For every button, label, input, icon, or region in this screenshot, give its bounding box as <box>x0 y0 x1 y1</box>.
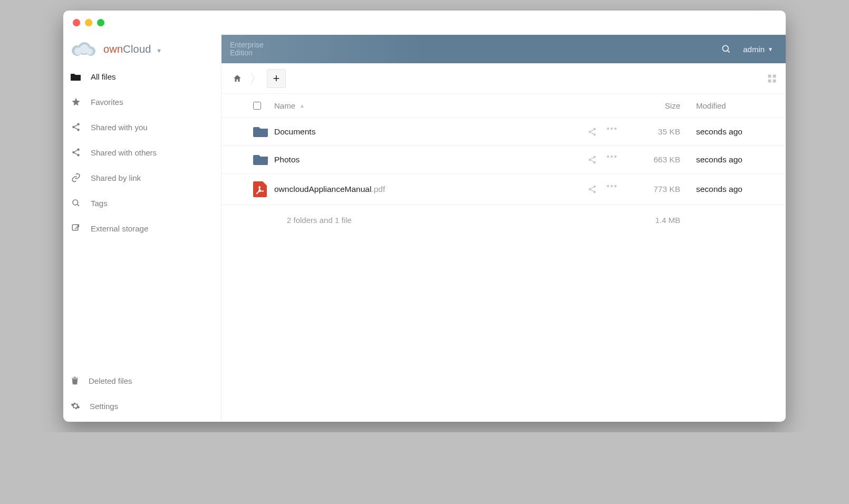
file-list-header: Name ▲ Size Modified <box>221 94 786 118</box>
svg-rect-20 <box>773 79 776 82</box>
sidebar-item-label: Shared by link <box>91 173 141 182</box>
file-basename: Documents <box>274 127 315 136</box>
user-name: admin <box>743 45 765 54</box>
sidebar-item-label: Shared with you <box>91 123 148 132</box>
file-size: 663 KB <box>617 155 680 164</box>
svg-point-32 <box>614 156 616 158</box>
sidebar-item-favorites[interactable]: Favorites <box>63 89 221 114</box>
more-actions-button[interactable] <box>606 155 617 164</box>
app-window: ownCloud ▼ Enterprise Edition admin ▼ <box>63 11 786 422</box>
sidebar: All files Favorites Shared with you <box>63 63 221 422</box>
svg-point-26 <box>614 128 616 130</box>
caret-down-icon: ▼ <box>156 47 162 54</box>
more-actions-button[interactable] <box>606 185 617 194</box>
share-button[interactable] <box>587 127 597 137</box>
svg-point-38 <box>614 185 616 187</box>
new-button[interactable]: + <box>267 69 286 88</box>
file-size: 35 KB <box>617 127 680 137</box>
window-minimize-button[interactable] <box>85 19 92 26</box>
file-row[interactable]: Photos663 KBseconds ago <box>221 146 786 174</box>
file-actions <box>554 185 617 194</box>
column-modified-label: Modified <box>696 101 726 110</box>
file-name[interactable]: Photos <box>274 155 554 164</box>
svg-point-36 <box>607 185 609 187</box>
share-icon <box>71 148 81 157</box>
column-header-modified[interactable]: Modified <box>680 101 775 110</box>
svg-point-22 <box>588 131 591 133</box>
file-row[interactable]: owncloudApplianceManual.pdf773 KBseconds… <box>221 174 786 205</box>
svg-point-14 <box>73 200 78 205</box>
sidebar-item-shared-by-link[interactable]: Shared by link <box>63 165 221 190</box>
svg-point-25 <box>611 128 613 130</box>
breadcrumb-separator-icon: 〉 <box>250 71 262 86</box>
svg-point-33 <box>593 186 596 188</box>
svg-point-5 <box>86 49 93 55</box>
svg-line-15 <box>77 204 79 206</box>
search-icon[interactable] <box>721 44 731 54</box>
svg-point-23 <box>593 133 596 136</box>
svg-point-8 <box>77 123 80 126</box>
sidebar-item-label: Deleted files <box>89 376 132 385</box>
sidebar-item-external-storage[interactable]: External storage <box>63 216 221 241</box>
brand-own: own <box>103 43 123 55</box>
file-modified: seconds ago <box>680 155 775 164</box>
svg-point-35 <box>593 191 596 193</box>
sidebar-item-all-files[interactable]: All files <box>63 64 221 89</box>
pdf-file-icon <box>253 181 274 197</box>
window-zoom-button[interactable] <box>97 19 104 26</box>
folder-icon <box>71 73 81 81</box>
share-button[interactable] <box>587 155 597 164</box>
brand-area: ownCloud ▼ <box>63 35 221 63</box>
file-actions <box>554 155 617 164</box>
main-area: 〉 + Name ▲ Size <box>221 63 786 422</box>
edition-label: Enterprise Edition <box>230 41 264 57</box>
sidebar-nav: All files Favorites Shared with you <box>63 64 221 241</box>
view-grid-toggle[interactable] <box>767 73 777 84</box>
svg-point-37 <box>611 185 613 187</box>
user-menu[interactable]: admin ▼ <box>743 45 773 54</box>
svg-point-9 <box>72 126 75 129</box>
sort-asc-icon: ▲ <box>300 103 305 109</box>
file-row[interactable]: Documents35 KBseconds ago <box>221 118 786 146</box>
brand-cloud: Cloud <box>123 43 151 55</box>
svg-point-10 <box>77 129 80 131</box>
top-bar-right: Enterprise Edition admin ▼ <box>221 35 786 63</box>
sidebar-item-label: All files <box>91 72 116 81</box>
file-actions <box>554 127 617 137</box>
file-name[interactable]: Documents <box>274 127 554 137</box>
summary-size: 1.4 MB <box>617 216 680 225</box>
sidebar-item-label: External storage <box>91 224 148 233</box>
svg-rect-19 <box>768 79 771 82</box>
sidebar-item-deleted-files[interactable]: Deleted files <box>63 368 221 393</box>
edition-line1: Enterprise <box>230 41 264 49</box>
column-header-size[interactable]: Size <box>617 101 680 110</box>
sidebar-item-label: Tags <box>91 199 108 208</box>
svg-rect-18 <box>773 74 776 77</box>
app-switcher[interactable]: ownCloud ▼ <box>103 43 162 55</box>
sidebar-item-shared-with-you[interactable]: Shared with you <box>63 114 221 140</box>
svg-point-6 <box>723 45 729 51</box>
sidebar-item-settings[interactable]: Settings <box>63 393 221 419</box>
file-modified: seconds ago <box>680 185 775 194</box>
file-modified: seconds ago <box>680 127 775 137</box>
window-titlebar <box>63 11 786 35</box>
folder-icon <box>253 125 274 138</box>
select-all[interactable] <box>253 102 274 110</box>
link-icon <box>71 173 81 182</box>
edition-line2: Edition <box>230 49 264 57</box>
breadcrumb-home[interactable] <box>230 71 245 86</box>
file-name[interactable]: owncloudApplianceManual.pdf <box>274 185 554 194</box>
caret-down-icon: ▼ <box>768 46 773 52</box>
svg-point-12 <box>72 151 75 154</box>
file-basename: owncloudApplianceManual <box>274 185 371 193</box>
column-header-name[interactable]: Name ▲ <box>274 101 554 110</box>
magnifier-icon <box>71 198 81 208</box>
select-all-checkbox[interactable] <box>253 102 261 110</box>
column-size-label: Size <box>665 101 680 110</box>
share-button[interactable] <box>587 185 597 194</box>
sidebar-item-tags[interactable]: Tags <box>63 190 221 216</box>
window-close-button[interactable] <box>73 19 80 26</box>
sidebar-item-shared-with-others[interactable]: Shared with others <box>63 140 221 165</box>
more-actions-button[interactable] <box>606 127 617 137</box>
svg-point-29 <box>593 161 596 164</box>
